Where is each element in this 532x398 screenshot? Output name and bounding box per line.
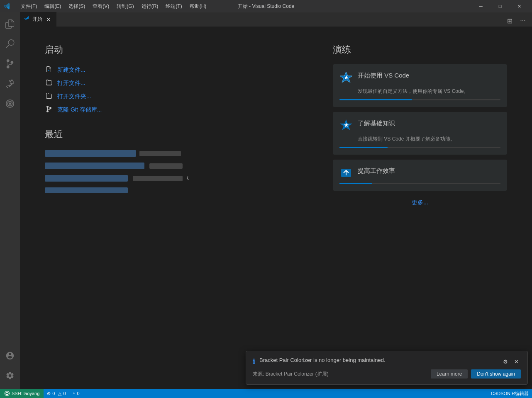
- clone-git-icon: [45, 106, 53, 114]
- close-button[interactable]: ✕: [510, 0, 529, 12]
- warnings-count: 0: [63, 391, 66, 396]
- activity-account[interactable]: [0, 346, 20, 366]
- menu-bar: 文件(F) 编辑(E) 选择(S) 查看(V) 转到(G) 运行(R) 终端(T…: [17, 2, 210, 11]
- notification-info-icon: ℹ: [253, 357, 255, 365]
- activity-source-control[interactable]: [0, 54, 20, 74]
- new-file-action[interactable]: 新建文件...: [45, 64, 300, 76]
- menu-run[interactable]: 运行(R): [138, 2, 162, 11]
- dont-show-again-button[interactable]: Don't show again: [471, 369, 521, 379]
- window-controls: ─ □ ✕: [471, 0, 529, 12]
- notification-message: Bracket Pair Colorizer is no longer bein…: [259, 357, 497, 363]
- activity-remote[interactable]: [0, 94, 20, 114]
- clone-git-label: 克隆 Git 存储库...: [57, 106, 102, 114]
- recent-item-4[interactable]: [45, 186, 300, 194]
- more-walkthroughs-link[interactable]: 更多...: [333, 196, 507, 210]
- welcome-page: 启动 新建文件...: [20, 27, 532, 389]
- walkthrough-2-header: ★ 了解基础知识: [339, 119, 500, 132]
- tab-vscode-icon: [24, 16, 30, 23]
- open-folder-icon: [45, 92, 53, 101]
- recent-item-1-path: [139, 151, 181, 156]
- new-file-label: 新建文件...: [57, 66, 85, 74]
- recent-item-3-path: [133, 176, 183, 181]
- recent-items-list: /.: [45, 149, 300, 194]
- maximize-button[interactable]: □: [491, 0, 510, 12]
- remote-ssh-icon: [4, 391, 10, 396]
- open-folder-action[interactable]: 打开文件夹...: [45, 91, 300, 102]
- walkthrough-1-desc: 发现最佳的自定义方法，使用你的专属 VS Code。: [358, 87, 500, 95]
- walkthrough-1-progress-bar: [339, 99, 500, 100]
- remote-status-item[interactable]: ⑂ 0: [69, 389, 83, 398]
- menu-edit[interactable]: 编辑(E): [41, 2, 64, 11]
- recent-item-3[interactable]: /.: [45, 174, 300, 183]
- welcome-left: 启动 新建文件...: [45, 44, 300, 372]
- recent-section: 最近 /.: [45, 128, 300, 194]
- activity-bar: [0, 12, 20, 389]
- startup-actions: 新建文件... 打开文件...: [45, 64, 300, 116]
- menu-view[interactable]: 查看(V): [89, 2, 112, 11]
- walkthrough-3-title-text: 提高工作效率: [358, 166, 395, 175]
- editor-area: 开始 ✕ ⊞ ··· 启动: [20, 12, 532, 389]
- more-actions-button[interactable]: ···: [517, 15, 529, 27]
- right-status-label: CSDSON R编辑器: [491, 391, 529, 397]
- recent-item-2[interactable]: [45, 161, 300, 170]
- recent-item-2-path: [149, 163, 183, 169]
- walkthrough-2-progress-fill: [339, 147, 388, 148]
- activity-extensions[interactable]: [0, 74, 20, 94]
- tab-bar-actions: ⊞ ···: [504, 15, 532, 27]
- title-bar: 文件(F) 编辑(E) 选择(S) 查看(V) 转到(G) 运行(R) 终端(T…: [0, 0, 532, 12]
- walkthrough-2-progress-bar: [339, 147, 500, 148]
- notification-settings-button[interactable]: ⚙: [501, 357, 510, 366]
- svg-text:★: ★: [344, 75, 349, 80]
- remote-icon: ⑂: [73, 391, 76, 396]
- activity-explorer[interactable]: [0, 14, 20, 34]
- remote-count: 0: [77, 391, 80, 396]
- status-bar-right: CSDSON R编辑器: [488, 389, 532, 398]
- tab-bar: 开始 ✕ ⊞ ···: [20, 12, 532, 27]
- right-status-text[interactable]: CSDSON R编辑器: [488, 389, 532, 398]
- walkthrough-1-title-text: 开始使用 VS Code: [358, 71, 409, 80]
- walkthroughs-title: 演练: [333, 44, 507, 56]
- menu-help[interactable]: 帮助(H): [186, 2, 210, 11]
- menu-terminal[interactable]: 终端(T): [162, 2, 185, 11]
- recent-item-1[interactable]: [45, 149, 300, 158]
- errors-status-item[interactable]: ⊗ 0 △ 0: [44, 389, 69, 398]
- walkthrough-card-2[interactable]: ★ 了解基础知识 直接跳转到 VS Code 并概要了解必备功能。: [333, 112, 507, 155]
- notification-source: 来源: Bracket Pair Colorizer (扩展): [253, 371, 329, 378]
- notification-buttons: Learn more Don't show again: [431, 369, 521, 379]
- ssh-status-item[interactable]: SSH: laoyang: [0, 389, 44, 398]
- menu-file[interactable]: 文件(F): [17, 2, 40, 11]
- notification-actions: 来源: Bracket Pair Colorizer (扩展) Learn mo…: [253, 369, 521, 379]
- warnings-icon: △: [58, 391, 61, 396]
- title-bar-left: 文件(F) 编辑(E) 选择(S) 查看(V) 转到(G) 运行(R) 终端(T…: [3, 2, 210, 11]
- welcome-tab[interactable]: 开始 ✕: [20, 12, 57, 27]
- open-file-action[interactable]: 打开文件...: [45, 78, 300, 89]
- walkthrough-1-progress-fill: [339, 99, 412, 100]
- menu-goto[interactable]: 转到(G): [113, 2, 137, 11]
- walkthrough-2-badge: ★: [339, 119, 353, 132]
- learn-more-button[interactable]: Learn more: [431, 369, 468, 379]
- activity-bar-bottom: [0, 346, 20, 389]
- notification-close-button[interactable]: ✕: [512, 357, 521, 366]
- tab-close-button[interactable]: ✕: [45, 16, 52, 23]
- walkthrough-card-3[interactable]: 提高工作效率: [333, 160, 507, 191]
- vscode-logo-icon: [3, 2, 11, 10]
- clone-git-action[interactable]: 克隆 Git 存储库...: [45, 104, 300, 116]
- recent-item-2-name: [45, 163, 144, 169]
- ssh-status-label: SSH: laoyang: [12, 391, 39, 396]
- tab-label: 开始: [32, 16, 42, 23]
- menu-select[interactable]: 选择(S): [65, 2, 88, 11]
- open-folder-label: 打开文件夹...: [57, 93, 91, 100]
- errors-icon: ⊗: [47, 391, 51, 396]
- notification-top-right: ⚙ ✕: [501, 357, 521, 366]
- walkthrough-3-progress-bar: [339, 183, 500, 184]
- recent-section-title: 最近: [45, 128, 300, 141]
- split-editor-button[interactable]: ⊞: [504, 15, 515, 27]
- walkthrough-card-1[interactable]: ★ 开始使用 VS Code 发现最佳的自定义方法，使用你的专属 VS Code…: [333, 64, 507, 107]
- walkthrough-1-badge: ★: [339, 71, 353, 84]
- walkthrough-3-badge: [339, 166, 353, 180]
- activity-search[interactable]: [0, 34, 20, 54]
- activity-settings[interactable]: [0, 366, 20, 386]
- minimize-button[interactable]: ─: [471, 0, 491, 12]
- open-file-icon: [45, 79, 53, 87]
- recent-item-1-name: [45, 150, 136, 157]
